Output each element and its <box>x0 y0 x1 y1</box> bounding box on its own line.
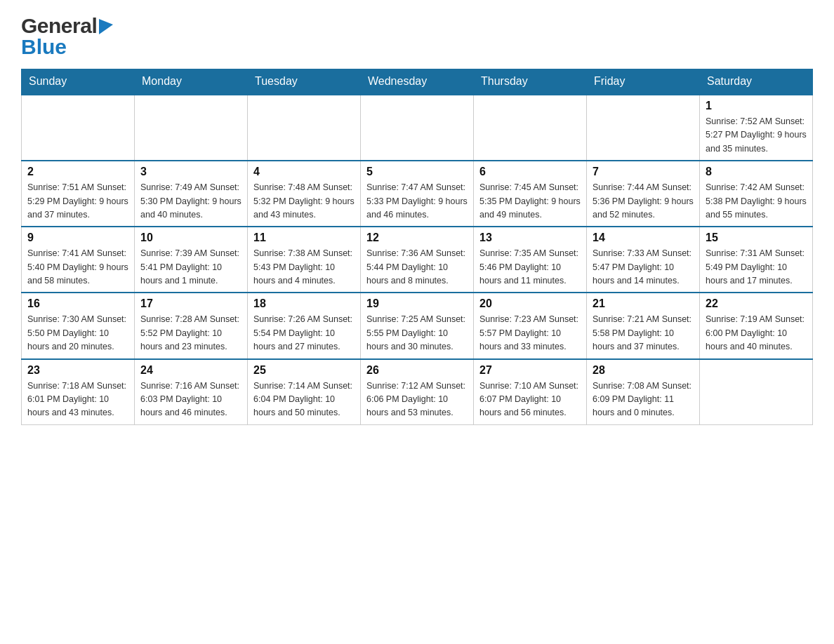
table-row: 23Sunrise: 7:18 AM Sunset: 6:01 PM Dayli… <box>22 359 135 425</box>
table-row: 16Sunrise: 7:30 AM Sunset: 5:50 PM Dayli… <box>22 293 135 358</box>
table-row: 10Sunrise: 7:39 AM Sunset: 5:41 PM Dayli… <box>135 227 248 293</box>
table-row: 19Sunrise: 7:25 AM Sunset: 5:55 PM Dayli… <box>361 293 474 358</box>
table-row: 18Sunrise: 7:26 AM Sunset: 5:54 PM Dayli… <box>248 293 361 358</box>
table-row: 28Sunrise: 7:08 AM Sunset: 6:09 PM Dayli… <box>587 359 700 425</box>
calendar-header-row: Sunday Monday Tuesday Wednesday Thursday… <box>22 69 813 95</box>
table-row: 14Sunrise: 7:33 AM Sunset: 5:47 PM Dayli… <box>587 227 700 293</box>
day-info: Sunrise: 7:18 AM Sunset: 6:01 PM Dayligh… <box>27 380 128 420</box>
calendar-week-row: 16Sunrise: 7:30 AM Sunset: 5:50 PM Dayli… <box>22 293 813 358</box>
day-info: Sunrise: 7:38 AM Sunset: 5:43 PM Dayligh… <box>253 247 355 288</box>
table-row: 8Sunrise: 7:42 AM Sunset: 5:38 PM Daylig… <box>700 161 813 227</box>
day-number: 14 <box>593 232 694 244</box>
day-number: 8 <box>706 166 807 178</box>
day-number: 19 <box>366 297 468 310</box>
day-info: Sunrise: 7:35 AM Sunset: 5:46 PM Dayligh… <box>479 247 581 288</box>
logo-general-text: General <box>21 14 97 38</box>
day-info: Sunrise: 7:08 AM Sunset: 6:09 PM Dayligh… <box>593 380 694 420</box>
day-info: Sunrise: 7:42 AM Sunset: 5:38 PM Dayligh… <box>706 181 807 222</box>
day-info: Sunrise: 7:47 AM Sunset: 5:33 PM Dayligh… <box>366 181 468 222</box>
logo-arrow-icon <box>99 19 113 34</box>
day-number: 17 <box>140 297 241 310</box>
day-info: Sunrise: 7:49 AM Sunset: 5:30 PM Dayligh… <box>140 181 241 222</box>
day-number: 26 <box>366 364 468 377</box>
table-row: 6Sunrise: 7:45 AM Sunset: 5:35 PM Daylig… <box>474 161 587 227</box>
logo: General Blue <box>21 14 113 58</box>
day-number: 27 <box>479 364 581 377</box>
day-info: Sunrise: 7:36 AM Sunset: 5:44 PM Dayligh… <box>366 247 468 288</box>
day-info: Sunrise: 7:25 AM Sunset: 5:55 PM Dayligh… <box>366 313 468 354</box>
day-number: 2 <box>27 166 128 178</box>
day-info: Sunrise: 7:45 AM Sunset: 5:35 PM Dayligh… <box>479 181 581 222</box>
table-row: 7Sunrise: 7:44 AM Sunset: 5:36 PM Daylig… <box>587 161 700 227</box>
calendar-week-row: 23Sunrise: 7:18 AM Sunset: 6:01 PM Dayli… <box>22 359 813 425</box>
table-row <box>474 95 587 161</box>
logo-blue-text: Blue <box>21 36 113 58</box>
day-number: 24 <box>140 364 241 377</box>
table-row: 9Sunrise: 7:41 AM Sunset: 5:40 PM Daylig… <box>22 227 135 293</box>
day-info: Sunrise: 7:16 AM Sunset: 6:03 PM Dayligh… <box>140 380 241 420</box>
calendar-week-row: 1Sunrise: 7:52 AM Sunset: 5:27 PM Daylig… <box>22 95 813 161</box>
day-number: 7 <box>593 166 694 178</box>
col-wednesday: Wednesday <box>361 69 474 95</box>
calendar-week-row: 2Sunrise: 7:51 AM Sunset: 5:29 PM Daylig… <box>22 161 813 227</box>
table-row: 17Sunrise: 7:28 AM Sunset: 5:52 PM Dayli… <box>135 293 248 358</box>
table-row <box>22 95 135 161</box>
col-tuesday: Tuesday <box>248 69 361 95</box>
day-info: Sunrise: 7:28 AM Sunset: 5:52 PM Dayligh… <box>140 313 241 354</box>
day-number: 21 <box>593 297 694 310</box>
table-row: 11Sunrise: 7:38 AM Sunset: 5:43 PM Dayli… <box>248 227 361 293</box>
svg-marker-0 <box>99 19 113 34</box>
table-row: 12Sunrise: 7:36 AM Sunset: 5:44 PM Dayli… <box>361 227 474 293</box>
table-row: 22Sunrise: 7:19 AM Sunset: 6:00 PM Dayli… <box>700 293 813 358</box>
day-number: 16 <box>27 297 128 310</box>
day-info: Sunrise: 7:33 AM Sunset: 5:47 PM Dayligh… <box>593 247 694 288</box>
day-info: Sunrise: 7:19 AM Sunset: 6:00 PM Dayligh… <box>706 313 807 354</box>
day-number: 9 <box>27 232 128 244</box>
col-thursday: Thursday <box>474 69 587 95</box>
table-row: 24Sunrise: 7:16 AM Sunset: 6:03 PM Dayli… <box>135 359 248 425</box>
table-row <box>361 95 474 161</box>
day-number: 25 <box>253 364 355 377</box>
table-row: 2Sunrise: 7:51 AM Sunset: 5:29 PM Daylig… <box>22 161 135 227</box>
table-row <box>248 95 361 161</box>
day-info: Sunrise: 7:48 AM Sunset: 5:32 PM Dayligh… <box>253 181 355 222</box>
page-header: General Blue <box>21 14 813 58</box>
table-row: 4Sunrise: 7:48 AM Sunset: 5:32 PM Daylig… <box>248 161 361 227</box>
day-info: Sunrise: 7:12 AM Sunset: 6:06 PM Dayligh… <box>366 380 468 420</box>
day-info: Sunrise: 7:26 AM Sunset: 5:54 PM Dayligh… <box>253 313 355 354</box>
table-row: 15Sunrise: 7:31 AM Sunset: 5:49 PM Dayli… <box>700 227 813 293</box>
col-monday: Monday <box>135 69 248 95</box>
day-number: 28 <box>593 364 694 377</box>
table-row: 21Sunrise: 7:21 AM Sunset: 5:58 PM Dayli… <box>587 293 700 358</box>
day-number: 5 <box>366 166 468 178</box>
day-number: 1 <box>706 100 807 112</box>
day-info: Sunrise: 7:14 AM Sunset: 6:04 PM Dayligh… <box>253 380 355 420</box>
day-info: Sunrise: 7:21 AM Sunset: 5:58 PM Dayligh… <box>593 313 694 354</box>
table-row: 26Sunrise: 7:12 AM Sunset: 6:06 PM Dayli… <box>361 359 474 425</box>
table-row <box>587 95 700 161</box>
table-row: 27Sunrise: 7:10 AM Sunset: 6:07 PM Dayli… <box>474 359 587 425</box>
day-number: 20 <box>479 297 581 310</box>
col-friday: Friday <box>587 69 700 95</box>
day-info: Sunrise: 7:44 AM Sunset: 5:36 PM Dayligh… <box>593 181 694 222</box>
day-number: 4 <box>253 166 355 178</box>
table-row: 3Sunrise: 7:49 AM Sunset: 5:30 PM Daylig… <box>135 161 248 227</box>
day-number: 23 <box>27 364 128 377</box>
day-number: 12 <box>366 232 468 244</box>
day-number: 3 <box>140 166 241 178</box>
day-info: Sunrise: 7:10 AM Sunset: 6:07 PM Dayligh… <box>479 380 581 420</box>
day-info: Sunrise: 7:41 AM Sunset: 5:40 PM Dayligh… <box>27 247 128 288</box>
day-info: Sunrise: 7:31 AM Sunset: 5:49 PM Dayligh… <box>706 247 807 288</box>
table-row: 13Sunrise: 7:35 AM Sunset: 5:46 PM Dayli… <box>474 227 587 293</box>
table-row: 5Sunrise: 7:47 AM Sunset: 5:33 PM Daylig… <box>361 161 474 227</box>
day-info: Sunrise: 7:52 AM Sunset: 5:27 PM Dayligh… <box>706 115 807 156</box>
day-info: Sunrise: 7:51 AM Sunset: 5:29 PM Dayligh… <box>27 181 128 222</box>
table-row <box>700 359 813 425</box>
table-row: 20Sunrise: 7:23 AM Sunset: 5:57 PM Dayli… <box>474 293 587 358</box>
day-info: Sunrise: 7:30 AM Sunset: 5:50 PM Dayligh… <box>27 313 128 354</box>
day-number: 22 <box>706 297 807 310</box>
day-number: 18 <box>253 297 355 310</box>
col-saturday: Saturday <box>700 69 813 95</box>
col-sunday: Sunday <box>22 69 135 95</box>
day-info: Sunrise: 7:39 AM Sunset: 5:41 PM Dayligh… <box>140 247 241 288</box>
